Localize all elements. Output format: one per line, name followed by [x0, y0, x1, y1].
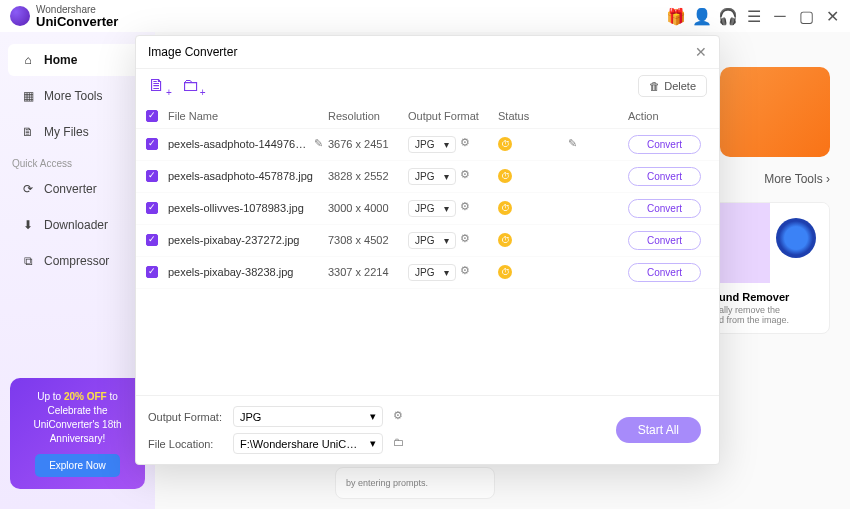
grid-icon: ▦	[20, 88, 36, 104]
featured-card[interactable]	[720, 67, 830, 157]
row-checkbox[interactable]	[146, 138, 158, 150]
close-icon[interactable]: ✕	[824, 8, 840, 24]
add-file-icon[interactable]: 🗎+	[148, 75, 172, 98]
status-pending-icon: ⏱	[498, 137, 512, 151]
table-row: pexels-asadphoto-1449767.jpg✎ 3676 x 245…	[136, 129, 719, 161]
row-checkbox[interactable]	[146, 266, 158, 278]
promo-banner: Up to 20% OFF to Celebrate the UniConver…	[10, 378, 145, 489]
chevron-right-icon: ›	[826, 172, 830, 186]
convert-button[interactable]: Convert	[628, 199, 701, 218]
promo-text: Up to 20% OFF to Celebrate the UniConver…	[18, 390, 137, 446]
tool-thumbnail	[711, 203, 829, 283]
chevron-down-icon: ▾	[444, 203, 449, 214]
files-icon: 🗎	[20, 124, 36, 140]
filename-cell: pexels-pixabay-237272.jpg	[168, 234, 328, 246]
app-logo-icon	[10, 6, 30, 26]
file-location-label: File Location:	[148, 438, 223, 450]
compress-icon: ⧉	[20, 253, 36, 269]
menu-icon[interactable]: ☰	[746, 8, 762, 24]
table-row: pexels-asadphoto-457878.jpg 3828 x 2552 …	[136, 161, 719, 193]
status-pending-icon: ⏱	[498, 233, 512, 247]
tool-title: und Remover	[719, 291, 821, 303]
row-checkbox[interactable]	[146, 202, 158, 214]
format-select[interactable]: JPG▾	[408, 136, 456, 153]
output-settings-icon[interactable]: ⚙	[393, 409, 409, 425]
select-all-checkbox[interactable]	[146, 110, 158, 122]
format-select[interactable]: JPG▾	[408, 264, 456, 281]
output-format-select[interactable]: JPG▾	[233, 406, 383, 427]
prompt-card: by entering prompts.	[335, 467, 495, 499]
home-icon: ⌂	[20, 52, 36, 68]
resolution-cell: 3000 x 4000	[328, 202, 408, 214]
add-folder-icon[interactable]: 🗀+	[182, 75, 206, 98]
chevron-down-icon: ▾	[370, 410, 376, 423]
format-select[interactable]: JPG▾	[408, 232, 456, 249]
table-row: pexels-pixabay-38238.jpg 3307 x 2214 JPG…	[136, 257, 719, 289]
format-select[interactable]: JPG▾	[408, 200, 456, 217]
table-row: pexels-pixabay-237272.jpg 7308 x 4502 JP…	[136, 225, 719, 257]
format-settings-icon[interactable]: ⚙	[460, 264, 476, 280]
chevron-down-icon: ▾	[370, 437, 376, 450]
account-icon[interactable]: 👤	[694, 8, 710, 24]
gift-icon[interactable]: 🎁	[668, 8, 684, 24]
format-settings-icon[interactable]: ⚙	[460, 200, 476, 216]
format-select[interactable]: JPG▾	[408, 168, 456, 185]
convert-button[interactable]: Convert	[628, 135, 701, 154]
col-resolution: Resolution	[328, 110, 408, 122]
col-status: Status	[498, 110, 568, 122]
sidebar-item-home[interactable]: ⌂ Home	[8, 44, 147, 76]
sidebar-item-downloader[interactable]: ⬇ Downloader	[8, 209, 147, 241]
format-settings-icon[interactable]: ⚙	[460, 232, 476, 248]
resolution-cell: 3676 x 2451	[328, 138, 408, 150]
sidebar-item-label: Downloader	[44, 218, 108, 232]
image-converter-modal: Image Converter ✕ 🗎+ 🗀+ 🗑 Delete File Na…	[135, 35, 720, 465]
convert-button[interactable]: Convert	[628, 231, 701, 250]
format-settings-icon[interactable]: ⚙	[460, 168, 476, 184]
resolution-cell: 3307 x 2214	[328, 266, 408, 278]
sidebar-item-label: My Files	[44, 125, 89, 139]
filename-cell: pexels-ollivves-1078983.jpg	[168, 202, 328, 214]
download-icon: ⬇	[20, 217, 36, 233]
convert-icon: ⟳	[20, 181, 36, 197]
open-folder-icon[interactable]: 🗀	[393, 436, 409, 452]
explore-now-button[interactable]: Explore Now	[35, 454, 120, 477]
table-header: File Name Resolution Output Format Statu…	[136, 104, 719, 129]
col-output-format: Output Format	[408, 110, 498, 122]
company-name: Wondershare	[36, 5, 118, 15]
sidebar-item-label: Converter	[44, 182, 97, 196]
chevron-down-icon: ▾	[444, 139, 449, 150]
maximize-icon[interactable]: ▢	[798, 8, 814, 24]
sidebar-item-my-files[interactable]: 🗎 My Files	[8, 116, 147, 148]
row-checkbox[interactable]	[146, 170, 158, 182]
minimize-icon[interactable]: ─	[772, 8, 788, 24]
sidebar-item-compressor[interactable]: ⧉ Compressor	[8, 245, 147, 277]
sidebar-item-label: More Tools	[44, 89, 102, 103]
delete-button[interactable]: 🗑 Delete	[638, 75, 707, 97]
sidebar-item-label: Home	[44, 53, 77, 67]
more-tools-link[interactable]: More Tools ›	[764, 172, 830, 186]
quick-access-heading: Quick Access	[0, 150, 155, 171]
col-filename: File Name	[168, 110, 328, 122]
sidebar-item-more-tools[interactable]: ▦ More Tools	[8, 80, 147, 112]
sidebar-item-label: Compressor	[44, 254, 109, 268]
row-checkbox[interactable]	[146, 234, 158, 246]
chevron-down-icon: ▾	[444, 171, 449, 182]
trash-icon: 🗑	[649, 80, 660, 92]
modal-close-icon[interactable]: ✕	[695, 44, 707, 60]
format-settings-icon[interactable]: ⚙	[460, 136, 476, 152]
convert-button[interactable]: Convert	[628, 263, 701, 282]
edit-row-icon[interactable]: ✎	[568, 137, 583, 152]
brand: Wondershare UniConverter	[10, 5, 118, 28]
support-icon[interactable]: 🎧	[720, 8, 736, 24]
tool-card-bg-remover[interactable]: und Remover ally remove thed from the im…	[710, 202, 830, 334]
sidebar-item-converter[interactable]: ⟳ Converter	[8, 173, 147, 205]
start-all-button[interactable]: Start All	[616, 417, 701, 443]
modal-title: Image Converter	[148, 45, 237, 59]
convert-button[interactable]: Convert	[628, 167, 701, 186]
product-name: UniConverter	[36, 15, 118, 28]
output-format-label: Output Format:	[148, 411, 223, 423]
file-location-select[interactable]: F:\Wondershare UniConverter 16\Im…▾	[233, 433, 383, 454]
filename-cell: pexels-pixabay-38238.jpg	[168, 266, 328, 278]
col-action: Action	[628, 110, 708, 122]
edit-filename-icon[interactable]: ✎	[314, 137, 328, 152]
